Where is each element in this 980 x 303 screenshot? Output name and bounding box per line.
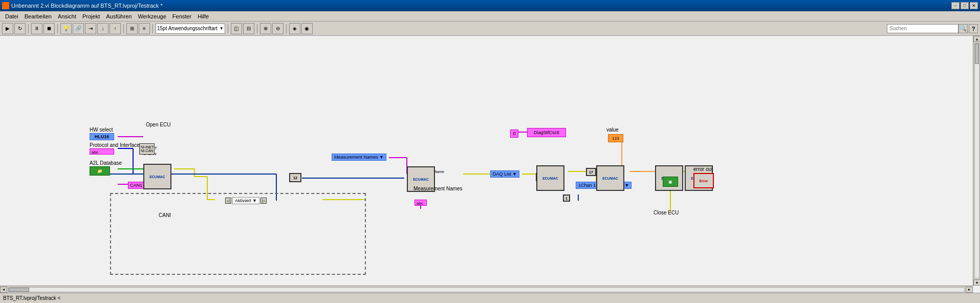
ecu-block-1[interactable]: ECUMAC bbox=[143, 164, 171, 189]
zoom-out-button[interactable]: ⊖ bbox=[272, 23, 284, 34]
scroll-thumb[interactable] bbox=[9, 288, 29, 292]
highlight-exec-button[interactable]: 💡 bbox=[60, 23, 72, 34]
menu-bearbeiten[interactable]: Bearbeiten bbox=[21, 13, 55, 20]
horizontal-scrollbar[interactable]: ◂ ▸ bbox=[0, 286, 973, 293]
aktiviert-arrow: ▼ bbox=[252, 198, 257, 203]
diag-stf-csc6-box[interactable]: DiagStfCsc6 bbox=[527, 128, 566, 137]
diag-0-input[interactable]: 0 bbox=[510, 129, 518, 138]
meas-names-1-box[interactable]: Measurement Names ▼ bbox=[332, 154, 386, 161]
a2l-icon-symbol: 📁 bbox=[97, 169, 102, 174]
scroll-up-button[interactable]: ▴ bbox=[973, 36, 981, 42]
protocol-interface-label: Protocol and Interface bbox=[90, 142, 140, 148]
align-objects-button[interactable]: ≡ bbox=[139, 23, 150, 34]
window-controls: − □ ✕ bbox=[951, 2, 978, 9]
step-over-button[interactable]: ⇥ bbox=[85, 23, 96, 34]
menu-werkzeuge[interactable]: Werkzeuge bbox=[135, 13, 169, 20]
const-12-node[interactable]: 12 bbox=[289, 173, 301, 182]
status-path: BTS_RT.lvproj/Testrack < bbox=[3, 295, 60, 301]
app-icon bbox=[2, 2, 9, 9]
scroll-track[interactable] bbox=[8, 287, 965, 292]
ecu-block-3[interactable]: ECUMAC bbox=[536, 165, 564, 191]
abc-2-text: abc bbox=[417, 201, 423, 206]
ecu5-icon-symbol: ▣ bbox=[668, 180, 672, 184]
ecu-block-4[interactable]: ECUMAC bbox=[596, 165, 624, 191]
scroll-left-button[interactable]: ◂ bbox=[0, 287, 7, 293]
error-out-label: error out bbox=[693, 166, 713, 172]
hw-select-node[interactable]: HLU16 bbox=[90, 133, 114, 140]
close-button[interactable]: ✕ bbox=[970, 2, 978, 9]
vertical-scroll-thumb[interactable] bbox=[975, 44, 979, 64]
font-dropdown-arrow: ▼ bbox=[220, 26, 224, 31]
const-1-value: 1 bbox=[565, 197, 568, 200]
const-12-value: 12 bbox=[293, 176, 297, 180]
error-out-symbol: Error bbox=[699, 179, 708, 183]
protocol-string-box[interactable]: abc bbox=[90, 148, 114, 155]
extra-btn-1[interactable]: ◈ bbox=[289, 23, 300, 34]
protocol-connector-block: NI-INET NI-CAN bbox=[139, 143, 155, 155]
error-out-box[interactable]: Error bbox=[693, 173, 714, 188]
value-123-box[interactable]: 123 bbox=[608, 134, 623, 142]
menu-ausfuehren[interactable]: Ausführen bbox=[103, 13, 135, 20]
meas-names-1-arrow: ▼ bbox=[379, 155, 384, 160]
a2l-database-icon[interactable]: 📁 bbox=[90, 166, 110, 176]
measurement-names-dropdown-1[interactable]: Measurement Names ▼ bbox=[332, 154, 386, 161]
vertical-scrollbar[interactable]: ▴ ▾ bbox=[973, 36, 980, 286]
menu-hilfe[interactable]: Hilfe bbox=[194, 13, 212, 20]
menu-datei[interactable]: Datei bbox=[2, 13, 21, 20]
zoom-in-button[interactable]: ⊕ bbox=[260, 23, 271, 34]
pause-button[interactable]: ⏸ bbox=[31, 23, 42, 34]
value-label: value bbox=[606, 127, 619, 133]
open-ecu-label: Open ECU bbox=[146, 122, 170, 127]
help-button[interactable]: ? bbox=[969, 24, 978, 33]
run-arrow-button[interactable]: ▶ bbox=[2, 23, 13, 34]
clean-up-diagram-button[interactable]: ⊞ bbox=[126, 23, 138, 34]
run-continuously-button[interactable]: ↻ bbox=[14, 23, 26, 34]
diag-stf-csc6-label: DiagStfCsc6 bbox=[534, 130, 559, 135]
menu-ansicht[interactable]: Ansicht bbox=[55, 13, 79, 20]
aktiviert-dropdown-container: ◁ Aktiviert ▼ ▷ bbox=[225, 197, 267, 204]
ecu-block-1-label: ECUMAC bbox=[149, 175, 165, 179]
toolbar-separator-2 bbox=[57, 24, 58, 33]
scroll-right-button[interactable]: ▸ bbox=[966, 287, 973, 293]
menu-fenster[interactable]: Fenster bbox=[169, 13, 194, 20]
daq-list-box[interactable]: DAQ List ▼ bbox=[490, 170, 519, 178]
stop-button[interactable]: ⏹ bbox=[43, 23, 55, 34]
toolbar-separator-3 bbox=[123, 24, 124, 33]
search-button[interactable]: 🔍 bbox=[959, 24, 968, 33]
minimize-button[interactable]: − bbox=[951, 2, 960, 9]
search-box: 🔍 ? bbox=[887, 24, 978, 33]
const-17-node[interactable]: 17 bbox=[586, 168, 596, 176]
daq-list-label: DAQ List bbox=[493, 171, 511, 177]
extra-btn-2[interactable]: ◉ bbox=[301, 23, 313, 34]
loop-left-border-btn: ◁ bbox=[225, 198, 231, 204]
ecu-block-2-right-label: Name bbox=[434, 170, 444, 174]
close-ecu-label: Close ECU bbox=[654, 210, 679, 215]
ecu5-icon[interactable]: ▣ bbox=[663, 177, 678, 187]
ecu-block-2-label: ECUMAC bbox=[413, 178, 429, 181]
loop-right-border-btn: ▷ bbox=[260, 198, 267, 204]
step-out-button[interactable]: ↑ bbox=[110, 23, 121, 34]
abc-string-2[interactable]: abc bbox=[415, 200, 427, 206]
vertical-scroll-track[interactable] bbox=[974, 43, 979, 278]
step-into-button[interactable]: ↓ bbox=[97, 23, 108, 34]
font-dropdown[interactable]: 15pt Anwendungsschriftart ▼ bbox=[156, 24, 225, 34]
menu-projekt[interactable]: Projekt bbox=[79, 13, 103, 20]
maximize-button[interactable]: □ bbox=[961, 2, 969, 9]
a2l-database-label: A2L Database bbox=[90, 160, 122, 166]
toolbar-separator-1 bbox=[28, 24, 29, 33]
block-diagram-canvas[interactable]: Open ECU HW select HLU16 Protocol and In… bbox=[0, 36, 980, 293]
font-dropdown-label: 15pt Anwendungsschriftart bbox=[157, 26, 217, 31]
status-bar: BTS_RT.lvproj/Testrack < bbox=[0, 293, 980, 303]
retain-wire-values-button[interactable]: 🔗 bbox=[73, 23, 84, 34]
aktiviert-label: Aktiviert bbox=[235, 198, 251, 203]
scroll-down-button[interactable]: ▾ bbox=[973, 279, 981, 286]
toolbar-separator-6 bbox=[257, 24, 257, 33]
const-1-node[interactable]: 1 bbox=[563, 194, 570, 202]
distribute-button[interactable]: ⊟ bbox=[243, 23, 254, 34]
daq-list-arrow: ▼ bbox=[512, 171, 517, 177]
window-title: Unbenannt 2.vi Blockdiagramm auf BTS_RT.… bbox=[11, 3, 951, 9]
search-input[interactable] bbox=[887, 24, 959, 33]
align-left-button[interactable]: ◫ bbox=[231, 23, 242, 34]
daq-list-dropdown[interactable]: DAQ List ▼ bbox=[490, 170, 519, 178]
aktiviert-dropdown[interactable]: Aktiviert ▼ bbox=[232, 197, 259, 204]
